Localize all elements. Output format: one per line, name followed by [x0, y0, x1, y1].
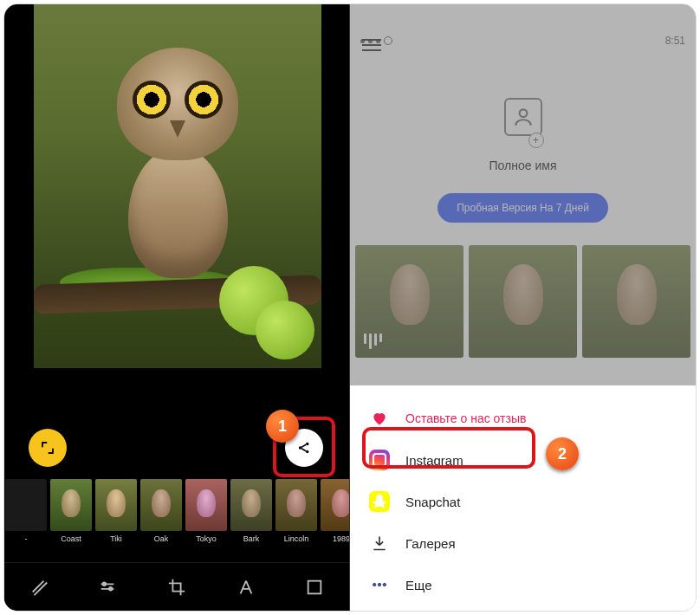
filter-lincoln[interactable]: Lincoln [275, 479, 318, 552]
sheet-label: Галерея [405, 536, 456, 551]
sliders-icon [98, 578, 117, 597]
filter-1989[interactable]: 1989 [320, 479, 349, 552]
annotation-step-1: 1 [266, 410, 299, 443]
tool-adjust[interactable] [88, 568, 126, 606]
sheet-gallery[interactable]: Галерея [350, 522, 696, 564]
tool-border[interactable] [295, 568, 334, 606]
filter-none[interactable]: - [4, 479, 48, 552]
text-icon [237, 578, 256, 597]
editor-screen: 1 - Coast Tiki Oak Tokyo [4, 4, 350, 611]
svg-point-3 [103, 582, 107, 586]
filter-strip[interactable]: - Coast Tiki Oak Tokyo Bark [4, 479, 349, 552]
filter-oak[interactable]: Oak [139, 479, 183, 552]
svg-point-8 [378, 583, 380, 586]
sheet-more[interactable]: Еще [350, 564, 696, 605]
modal-overlay[interactable] [350, 4, 696, 385]
share-sheet: Оставьте о нас отзыв Instagram Snapchat … [350, 385, 696, 611]
filter-tokyo[interactable]: Tokyo [185, 479, 228, 552]
sheet-label: Оставьте о нас отзыв [405, 411, 526, 425]
svg-point-4 [109, 587, 113, 591]
filter-bark[interactable]: Bark [230, 479, 273, 552]
bottom-toolbar [4, 562, 349, 611]
filter-label: Tokyo [196, 534, 217, 543]
frame-icon [305, 578, 324, 597]
annotation-highlight-2 [362, 427, 535, 469]
share-screen: 8:51 + Полное имя Пробная Версия На 7 Дн… [350, 4, 696, 611]
snapchat-icon [369, 491, 390, 512]
photo-preview[interactable] [34, 4, 321, 368]
download-icon [369, 533, 390, 554]
filter-label: Oak [154, 534, 169, 543]
tool-filters[interactable] [20, 568, 58, 606]
expand-button[interactable] [29, 429, 67, 467]
filters-icon [29, 578, 49, 597]
filter-label: Bark [243, 534, 260, 543]
filter-coast[interactable]: Coast [49, 479, 93, 552]
tool-crop[interactable] [158, 568, 196, 606]
svg-rect-5 [308, 580, 321, 593]
sheet-snapchat[interactable]: Snapchat [350, 481, 696, 522]
annotation-step-2: 2 [546, 437, 579, 470]
filter-tiki[interactable]: Tiki [94, 479, 138, 552]
crop-icon [167, 578, 186, 597]
heart-icon [369, 408, 390, 429]
filter-label: Lincoln [284, 534, 309, 543]
tool-text[interactable] [227, 568, 265, 606]
sheet-label: Еще [405, 578, 432, 592]
filter-label: 1989 [333, 534, 349, 543]
sheet-label: Snapchat [405, 495, 460, 509]
filter-label: Tiki [110, 534, 122, 543]
more-icon [369, 574, 390, 595]
filter-label: - [25, 534, 28, 543]
svg-point-9 [383, 583, 386, 586]
expand-icon [40, 440, 55, 456]
filter-label: Coast [61, 534, 81, 543]
svg-point-7 [373, 583, 376, 586]
